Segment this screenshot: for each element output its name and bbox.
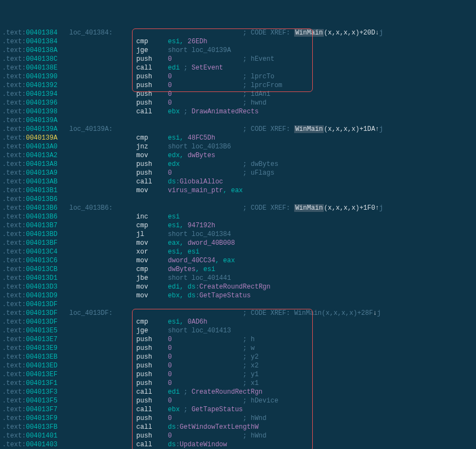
asm-line[interactable]: .text:004013FB call ds:GetWindowTextLeng… [2,423,474,431]
asm-line[interactable]: .text:004013C6 mov dword_40CC34, eax [2,256,474,265]
asm-line[interactable]: .text:004013DF [2,300,474,309]
asm-line[interactable]: .text:004013BD jl short loc_401384 [2,230,474,239]
asm-line[interactable]: .text:00401392 push 0 ; lprcFrom [2,81,474,90]
asm-line[interactable]: .text:004013EF push 0 ; y1 [2,370,474,379]
asm-line[interactable]: .text:00401401 push 0 ; hWnd [2,431,474,440]
asm-line[interactable]: .text:0040138C push 0 ; hEvent [2,55,474,64]
asm-line[interactable]: .text:004013F9 push 0 ; hWnd [2,414,474,423]
asm-line[interactable]: .text:004013D9 mov ebx, ds:GetTapeStatus [2,291,474,300]
asm-line[interactable]: .text:004013F3 call edi ; CreateRoundRec… [2,388,474,396]
asm-line[interactable]: .text:00401394 push 0 ; idAni [2,90,474,99]
asm-line[interactable]: .text:004013BF mov eax, dword_40B008 [2,239,474,247]
asm-line[interactable]: .text:004013DF cmp esi, 0AD6h [2,318,474,326]
asm-line[interactable]: .text:004013EB push 0 ; y2 [2,353,474,361]
asm-line[interactable]: .text:004013D1 jbe short loc_401441 [2,274,474,283]
asm-line[interactable]: .text:004013E5 jge short loc_401413 [2,326,474,335]
asm-line[interactable]: .text:004013D3 mov edi, ds:CreateRoundRe… [2,283,474,291]
asm-line[interactable]: .text:004013ED push 0 ; x2 [2,361,474,370]
asm-line[interactable]: .text:004013B6 inc esi [2,212,474,221]
asm-line[interactable]: .text:004013F5 push 0 ; hDevice [2,396,474,405]
asm-line[interactable]: .text:0040139A cmp esi, 48FC5Dh [2,134,474,142]
asm-line[interactable]: .text:004013F1 push 0 ; x1 [2,379,474,388]
asm-line[interactable]: .text:004013B7 cmp esi, 947192h [2,221,474,230]
asm-line[interactable]: .text:00401390 push 0 ; lprcTo [2,72,474,81]
asm-line[interactable]: .text:004013B6 loc_4013B6: ; CODE XREF: … [2,204,474,212]
asm-line[interactable]: .text:004013A2 mov edx, dwBytes [2,151,474,160]
asm-line[interactable]: .text:004013E7 push 0 ; h [2,335,474,344]
asm-line[interactable]: .text:004013C4 xor esi, esi [2,247,474,256]
asm-line[interactable]: .text:00401398 call ebx ; DrawAnimatedRe… [2,107,474,116]
asm-line[interactable]: .text:004013E9 push 0 ; w [2,344,474,353]
asm-line[interactable]: .text:004013F7 call ebx ; GetTapeStatus [2,405,474,414]
asm-line[interactable]: .text:004013CB cmp dwBytes, esi [2,265,474,274]
asm-line[interactable]: .text:004013B1 mov virus_main_ptr, eax [2,186,474,195]
asm-line[interactable]: .text:004013A8 push edx ; dwBytes [2,160,474,169]
asm-line[interactable]: .text:004013AB call ds:GlobalAlloc [2,177,474,186]
asm-line[interactable]: .text:00401384 cmp esi, 26EDh [2,37,474,46]
asm-line[interactable]: .text:004013DF loc_4013DF: ; CODE XREF: … [2,309,474,318]
asm-line[interactable]: .text:00401384 loc_401384: ; CODE XREF: … [2,28,474,37]
asm-line[interactable]: .text:0040138E call edi ; SetEvent [2,64,474,72]
asm-line[interactable]: .text:004013A0 jnz short loc_4013B6 [2,142,474,151]
asm-line[interactable]: .text:004013B6 [2,195,474,204]
asm-line[interactable]: .text:00401396 push 0 ; hwnd [2,99,474,107]
asm-line[interactable]: .text:00401403 call ds:UpdateWindow [2,440,474,449]
asm-line[interactable]: .text:0040138A jge short loc_40139A [2,46,474,55]
disassembly-listing[interactable]: .text:00401384 loc_401384: ; CODE XREF: … [2,28,474,449]
asm-line[interactable]: .text:0040139A [2,116,474,125]
asm-line[interactable]: .text:0040139A loc_40139A: ; CODE XREF: … [2,125,474,134]
asm-line[interactable]: .text:004013A9 push 0 ; uFlags [2,169,474,177]
